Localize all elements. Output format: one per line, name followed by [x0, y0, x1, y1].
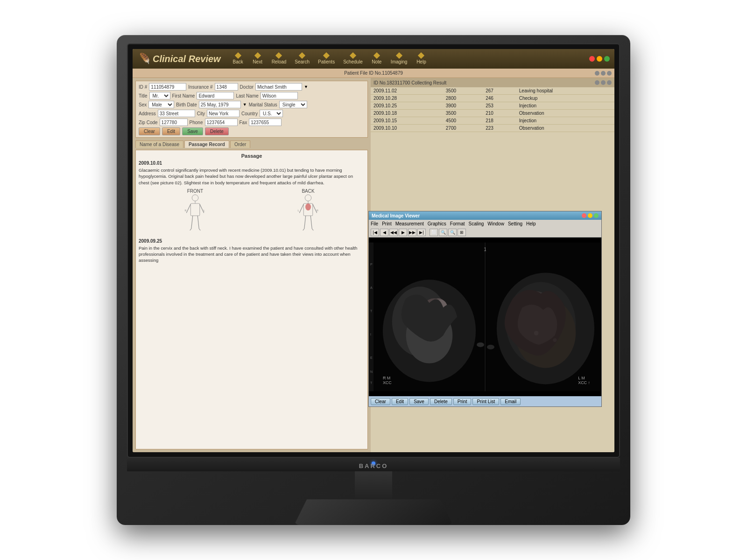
menu-help[interactable]: Help	[526, 221, 536, 226]
row-val1: 4500	[443, 117, 483, 125]
svg-point-43	[487, 345, 494, 350]
viewer-win-controls	[582, 213, 599, 218]
svg-text:R: R	[317, 209, 318, 211]
passage-area: Passage 2009.10.01 Glacaemic control sig…	[135, 150, 368, 449]
menu-measurement[interactable]: Measurement	[395, 221, 424, 226]
list-win-btn1[interactable]	[595, 80, 599, 85]
birthdate-input[interactable]	[199, 101, 241, 108]
tb-btn-1[interactable]: |◀	[371, 229, 379, 236]
tb-btn-5[interactable]: ▶▶	[408, 229, 416, 236]
feather-icon: 🪶	[137, 53, 150, 65]
doctor-dropdown-icon[interactable]: ▼	[304, 84, 308, 89]
sex-select[interactable]: Male	[148, 101, 174, 108]
menu-format[interactable]: Format	[450, 221, 465, 226]
tb-btn-7[interactable]: ⬜	[430, 229, 438, 236]
menu-window[interactable]: Window	[487, 221, 504, 226]
tb-btn-2[interactable]: ◀	[380, 229, 388, 236]
nav-note-btn[interactable]: Note	[367, 52, 386, 66]
menu-setting[interactable]: Setting	[508, 221, 522, 226]
tb-btn-10[interactable]: ⊞	[458, 229, 466, 236]
id-input[interactable]	[149, 83, 186, 91]
viewer-email-btn[interactable]: Email	[500, 398, 521, 405]
viewer-minimize-btn[interactable]	[588, 213, 592, 218]
minimize-button[interactable]	[597, 56, 602, 62]
viewer-delete-btn[interactable]: Delete	[430, 398, 452, 405]
lastname-label: Last Name	[236, 93, 258, 98]
row-note: Observation	[516, 110, 614, 117]
delete-button[interactable]: Delete	[205, 127, 229, 135]
svg-text:XCC ↑: XCC ↑	[578, 380, 590, 385]
pf-win-btn1[interactable]	[595, 71, 599, 76]
left-panel: ID # Insurance # Doctor ▼ Title	[133, 78, 371, 452]
row-note: Injection	[516, 102, 614, 110]
zip-input[interactable]	[160, 119, 188, 126]
mammogram-svg: ID No.11054879 R-XCC L-XCC	[369, 238, 601, 396]
viewer-printlist-btn[interactable]: Print List	[472, 398, 499, 405]
lastname-input[interactable]	[261, 92, 298, 99]
nav-next-btn[interactable]: Next	[248, 52, 267, 66]
viewer-edit-btn[interactable]: Edit	[392, 398, 408, 405]
table-row[interactable]: 2009.11.02 3500 267 Leaving hospital	[371, 87, 614, 95]
save-button[interactable]: Save	[182, 127, 203, 135]
pf-win-btn3[interactable]	[607, 71, 612, 76]
country-select[interactable]: U.S.	[260, 110, 283, 117]
nav-schedule-btn[interactable]: Schedule	[339, 52, 366, 66]
nav-back-btn[interactable]: Back	[229, 52, 247, 66]
birthdate-dropdown-icon[interactable]: ▼	[243, 102, 247, 107]
tab-disease[interactable]: Name of a Disease	[135, 140, 183, 148]
menu-graphics[interactable]: Graphics	[428, 221, 446, 226]
clear-button[interactable]: Clear	[139, 127, 160, 135]
list-win-btn2[interactable]	[601, 80, 606, 85]
table-row[interactable]: 2009.10.10 2700 223 Observation	[371, 125, 614, 132]
table-row[interactable]: 2009.10.28 2800 246 Checkup	[371, 95, 614, 102]
form-row-id: ID # Insurance # Doctor ▼	[139, 83, 365, 91]
viewer-close-btn[interactable]	[582, 213, 586, 218]
firstname-input[interactable]	[197, 92, 234, 99]
doctor-input[interactable]	[255, 83, 302, 91]
nav-reload-btn[interactable]: Reload	[268, 52, 290, 66]
sex-label: Sex	[139, 102, 147, 107]
svg-point-14	[305, 203, 311, 210]
fax-input[interactable]	[249, 119, 282, 126]
city-input[interactable]	[207, 110, 240, 117]
nav-diamond-imaging	[396, 52, 402, 59]
row-val1: 2800	[443, 95, 483, 102]
svg-text:L: L	[204, 209, 205, 211]
nav-help-btn[interactable]: Help	[412, 52, 430, 66]
address-input[interactable]	[158, 110, 195, 117]
viewer-clear-btn[interactable]: Clear	[371, 398, 390, 405]
tb-btn-9[interactable]: 🔍	[448, 229, 457, 236]
nav-diamond-help	[418, 52, 424, 59]
tab-passage[interactable]: Passage Record	[184, 140, 229, 148]
phone-input[interactable]	[205, 119, 238, 126]
close-button[interactable]	[589, 56, 595, 62]
table-row[interactable]: 2009.10.18 3500 210 Observation	[371, 110, 614, 117]
list-win-btn3[interactable]	[607, 80, 612, 85]
viewer-maximize-btn[interactable]	[594, 213, 599, 218]
nav-search-btn[interactable]: Search	[291, 52, 313, 66]
tb-btn-4[interactable]: ▶	[399, 229, 407, 236]
table-row[interactable]: 2009.10.25 3900 253 Injection	[371, 102, 614, 110]
viewer-print-btn[interactable]: Print	[453, 398, 472, 405]
tb-btn-3[interactable]: ◀◀	[389, 229, 398, 236]
menu-file[interactable]: File	[371, 221, 378, 226]
tab-order[interactable]: Order	[230, 140, 251, 148]
nav-imaging-btn[interactable]: Imaging	[387, 52, 411, 66]
maximize-button[interactable]	[604, 56, 610, 62]
insurance-input[interactable]	[215, 83, 238, 91]
pf-win-btn2[interactable]	[601, 71, 606, 76]
window-controls	[589, 56, 610, 62]
menu-print[interactable]: Print	[382, 221, 392, 226]
viewer-save-btn[interactable]: Save	[409, 398, 429, 405]
nav-search-label: Search	[295, 59, 310, 64]
tb-btn-6[interactable]: ▶|	[417, 229, 426, 236]
table-row[interactable]: 2009.10.15 4500 218 Injection	[371, 117, 614, 125]
row-val1: 2700	[443, 125, 483, 132]
marital-select[interactable]: Single	[279, 101, 307, 108]
title-select[interactable]: Mr.	[149, 92, 170, 99]
menu-scaling[interactable]: Scaling	[469, 221, 484, 226]
edit-button[interactable]: Edit	[162, 127, 180, 135]
nav-patients-btn[interactable]: Patients	[314, 52, 338, 66]
tb-btn-8[interactable]: 🔍	[439, 229, 447, 236]
svg-text:R: R	[185, 209, 187, 211]
